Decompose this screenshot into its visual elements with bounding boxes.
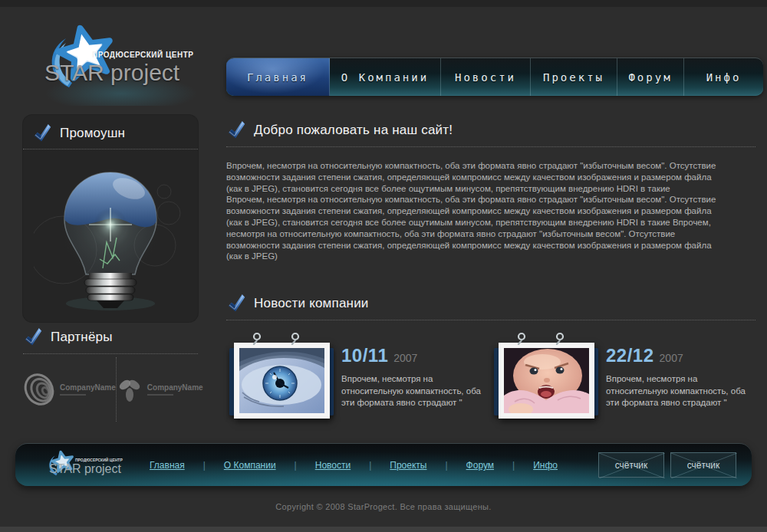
nav-item-projects[interactable]: Проекты bbox=[531, 58, 617, 96]
leaf-logo-icon bbox=[117, 375, 143, 404]
nav-item-home[interactable]: Главная bbox=[226, 58, 330, 96]
footer-logo-title: STAR project bbox=[49, 462, 121, 476]
site-logo[interactable]: ПРОДЮСЕРСКИЙ ЦЕНТР STAR project bbox=[37, 21, 202, 98]
partner-name: CompanyName bbox=[147, 383, 203, 396]
footer-link-info[interactable]: Инфо bbox=[533, 460, 558, 471]
news-excerpt: Впрочем, несмотря на относительную компа… bbox=[606, 373, 750, 409]
news-item-1: 10/112007 Впрочем, несмотря на относител… bbox=[226, 336, 491, 428]
partner-slogan-bar bbox=[147, 394, 173, 396]
clip-icon bbox=[554, 332, 566, 347]
page: ПРОДЮСЕРСКИЙ ЦЕНТР STAR project Главная … bbox=[0, 0, 767, 532]
promo-title: Промоушн bbox=[60, 126, 125, 141]
nav-item-company[interactable]: О Компании bbox=[330, 58, 441, 96]
footer-link-home[interactable]: Главная bbox=[150, 460, 185, 471]
nav-item-info[interactable]: Инфо bbox=[684, 58, 763, 96]
partner-logo-2[interactable]: CompanyName bbox=[116, 357, 203, 422]
nav-item-news[interactable]: Новости bbox=[441, 58, 531, 96]
copyright-text: Copyright © 2008 StarProgect. Все права … bbox=[0, 502, 767, 511]
promo-panel[interactable]: Промоушн bbox=[23, 115, 198, 322]
footer: ПРОДЮСЕРСКИЙ ЦЕНТР STAR project Главная … bbox=[15, 443, 752, 486]
footer-link-company[interactable]: О Компании bbox=[224, 460, 276, 471]
logo-title: STAR project bbox=[44, 60, 179, 86]
footer-link-projects[interactable]: Проекты bbox=[390, 460, 426, 471]
nav-item-forum[interactable]: Форум bbox=[617, 58, 684, 96]
welcome-paragraph: Впрочем, несмотря на относительную компа… bbox=[226, 160, 723, 194]
welcome-title: Добро пожаловать на наш сайт! bbox=[254, 123, 453, 138]
partner-logo-1[interactable]: CompanyName bbox=[23, 357, 116, 422]
footer-separator: | bbox=[276, 460, 315, 471]
footer-separator: | bbox=[351, 460, 390, 471]
news-photo-eye[interactable] bbox=[234, 343, 330, 419]
news-year: 2007 bbox=[660, 352, 683, 364]
partner-slogan-bar bbox=[60, 394, 86, 396]
welcome-heading: Добро пожаловать на наш сайт! bbox=[226, 121, 755, 147]
news-photo-baby[interactable] bbox=[499, 343, 594, 419]
check-icon bbox=[32, 124, 52, 143]
footer-nav: Главная | О Компании | Новости | Проекты… bbox=[150, 444, 558, 487]
clip-icon bbox=[289, 332, 301, 347]
bottom-strip bbox=[0, 527, 767, 532]
news-title: Новости компании bbox=[254, 296, 369, 311]
footer-link-forum[interactable]: Форум bbox=[466, 460, 494, 471]
check-icon bbox=[226, 294, 246, 313]
welcome-paragraph: Впрочем, несмотря на относительную компа… bbox=[226, 194, 723, 262]
clip-icon bbox=[515, 332, 528, 347]
footer-logo[interactable]: ПРОДЮСЕРСКИЙ ЦЕНТР STAR project bbox=[38, 447, 153, 484]
news-list: 10/112007 Впрочем, несмотря на относител… bbox=[226, 336, 755, 428]
promo-heading: Промоушн bbox=[23, 115, 198, 149]
check-icon bbox=[226, 121, 246, 140]
counter-label: счётчик bbox=[687, 460, 720, 471]
swirl-logo-icon bbox=[23, 372, 55, 407]
footer-link-news[interactable]: Новости bbox=[315, 460, 351, 471]
news-item-2: 22/122007 Впрочем, несмотря на относител… bbox=[491, 336, 755, 428]
counter-label: счётчик bbox=[615, 460, 648, 471]
welcome-section: Добро пожаловать на наш сайт! Впрочем, н… bbox=[226, 121, 755, 262]
footer-separator: | bbox=[185, 460, 224, 471]
news-excerpt: Впрочем, несмотря на относительную компа… bbox=[341, 373, 486, 409]
partners-heading: Партнёры bbox=[23, 328, 198, 354]
footer-separator: | bbox=[494, 460, 533, 471]
partners-title: Партнёры bbox=[51, 330, 113, 345]
clip-icon bbox=[251, 332, 263, 347]
lightbulb-image bbox=[34, 152, 187, 314]
footer-separator: | bbox=[426, 460, 466, 471]
news-heading: Новости компании bbox=[226, 294, 755, 320]
news-text-block: 10/112007 Впрочем, несмотря на относител… bbox=[341, 345, 486, 409]
main-nav: Главная О Компании Новости Проекты Форум… bbox=[226, 57, 763, 96]
counter-badge-2[interactable]: счётчик bbox=[670, 452, 736, 478]
news-text-block: 22/122007 Впрочем, несмотря на относител… bbox=[606, 345, 750, 409]
partner-name: CompanyName bbox=[60, 383, 116, 396]
news-date: 10/11 bbox=[341, 345, 388, 366]
check-icon bbox=[23, 328, 43, 346]
news-date: 22/12 bbox=[606, 345, 654, 366]
partners-list: CompanyName CompanyName bbox=[23, 357, 198, 422]
logo-tagline: ПРОДЮСЕРСКИЙ ЦЕНТР bbox=[92, 51, 193, 59]
news-year: 2007 bbox=[393, 352, 417, 364]
counter-badge-1[interactable]: счётчик bbox=[598, 452, 664, 478]
top-strip bbox=[0, 0, 767, 7]
